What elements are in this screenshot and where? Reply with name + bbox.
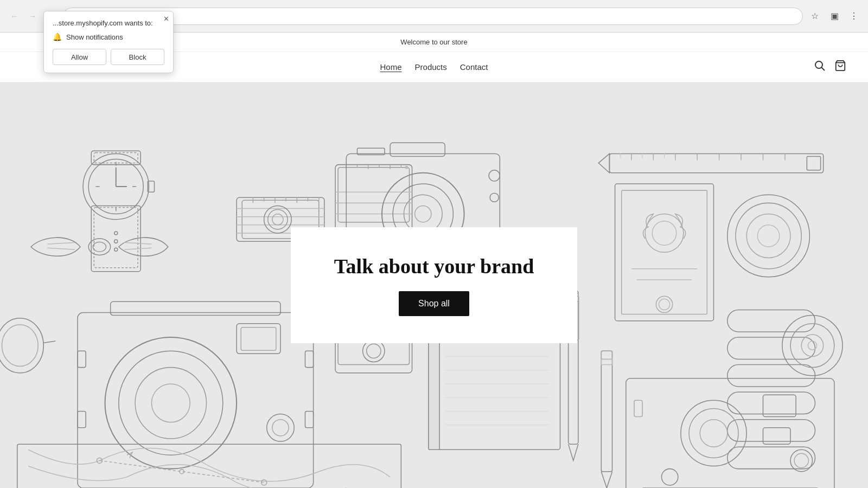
forward-button[interactable]: →	[25, 9, 40, 24]
hero-card: Talk about your brand Shop all	[291, 227, 578, 343]
bookmark-button[interactable]: ☆	[807, 9, 822, 24]
extensions-button[interactable]: ▣	[827, 9, 842, 24]
address-bar[interactable]: ...store.myshopify.com	[63, 8, 803, 25]
menu-button[interactable]: ⋮	[846, 9, 861, 24]
svg-point-61	[405, 166, 408, 169]
store-nav-links: Home Products Contact	[380, 62, 488, 72]
hero-title: Talk about your brand	[334, 254, 534, 278]
cart-button[interactable]	[834, 60, 846, 74]
browser-chrome: ← → ↻ ...store.myshopify.com ☆ ▣ ⋮ × ...…	[0, 0, 868, 33]
website: Welcome to our store Home Products Conta…	[0, 33, 868, 488]
back-button[interactable]: ←	[7, 9, 22, 24]
nav-contact[interactable]: Contact	[460, 62, 488, 72]
nav-home[interactable]: Home	[380, 62, 402, 72]
block-button[interactable]: Block	[111, 49, 164, 65]
search-button[interactable]	[814, 60, 826, 74]
popup-close-button[interactable]: ×	[164, 15, 169, 23]
shop-all-button[interactable]: Shop all	[399, 291, 469, 316]
popup-actions: Allow Block	[53, 49, 164, 65]
nav-products[interactable]: Products	[415, 62, 447, 72]
popup-permission-text: Show notifications	[66, 33, 123, 41]
browser-actions: ☆ ▣ ⋮	[807, 9, 861, 24]
notification-popup: × ...store.myshopify.com wants to: 🔔 Sho…	[43, 11, 174, 73]
topbar-text: Welcome to our store	[400, 38, 467, 46]
svg-line-1	[822, 68, 825, 71]
bell-icon: 🔔	[53, 33, 62, 41]
popup-notification-row: 🔔 Show notifications	[53, 33, 164, 41]
allow-button[interactable]: Allow	[53, 49, 106, 65]
search-icon	[814, 60, 826, 72]
hero-section: Talk about your brand Shop all	[0, 82, 868, 488]
cart-icon	[834, 60, 846, 72]
popup-title: ...store.myshopify.com wants to:	[53, 19, 164, 27]
store-nav-icons	[814, 60, 846, 74]
svg-point-0	[815, 61, 822, 68]
